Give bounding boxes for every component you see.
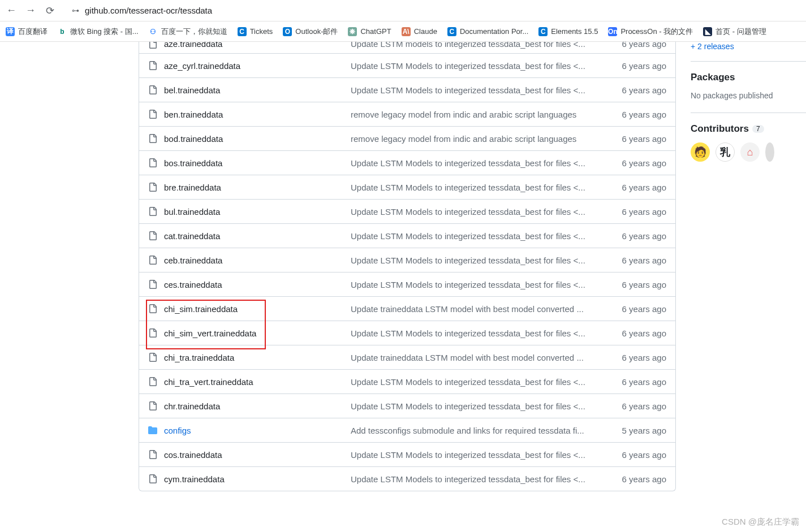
file-age: 6 years ago bbox=[622, 450, 666, 460]
file-row: chi_tra.traineddata Update traineddata L… bbox=[139, 345, 675, 369]
file-icon bbox=[148, 353, 157, 362]
commit-message[interactable]: Update LSTM Models to integerized tessda… bbox=[351, 328, 622, 338]
file-row: aze.traineddata Update LSTM models to in… bbox=[139, 42, 675, 53]
bookmark-label: 百度翻译 bbox=[18, 27, 48, 37]
file-link[interactable]: configs bbox=[164, 426, 191, 435]
bookmark-icon: C bbox=[238, 27, 247, 36]
commit-message[interactable]: Update LSTM Models to integerized tessda… bbox=[351, 450, 622, 460]
file-row: bul.traineddata Update LSTM Models to in… bbox=[139, 199, 675, 223]
bookmark-icon: b bbox=[58, 27, 67, 36]
file-icon bbox=[148, 134, 157, 143]
bookmark-item[interactable]: A\Claude bbox=[402, 27, 437, 36]
file-row: chi_tra_vert.traineddata Update LSTM Mod… bbox=[139, 369, 675, 393]
bookmark-item[interactable]: CDocumentation Por... bbox=[447, 27, 528, 36]
file-icon bbox=[148, 450, 157, 459]
reload-button[interactable]: ⟳ bbox=[44, 5, 55, 16]
file-age: 6 years ago bbox=[622, 85, 666, 95]
bookmark-label: 百度一下，你就知道 bbox=[161, 27, 227, 37]
back-button[interactable]: ← bbox=[6, 5, 17, 16]
bookmark-item[interactable]: ❋ChatGPT bbox=[348, 27, 391, 36]
avatar[interactable] bbox=[765, 142, 774, 162]
bookmark-item[interactable]: b微软 Bing 搜索 - 国... bbox=[58, 27, 139, 37]
avatar[interactable]: 🧑 bbox=[691, 142, 710, 162]
file-age: 6 years ago bbox=[622, 61, 666, 71]
file-row: ces.traineddata Update LSTM Models to in… bbox=[139, 272, 675, 296]
file-row: bos.traineddata Update LSTM Models to in… bbox=[139, 150, 675, 175]
file-link[interactable]: bel.traineddata bbox=[164, 85, 220, 95]
commit-message[interactable]: Update LSTM Models to integerized tessda… bbox=[351, 85, 622, 95]
file-row: chi_sim.traineddata Update traineddata L… bbox=[139, 296, 675, 321]
file-link[interactable]: ceb.traineddata bbox=[164, 256, 222, 265]
commit-message[interactable]: Update LSTM Models to integerized tessda… bbox=[351, 207, 622, 217]
address-bar[interactable]: ⊶ github.com/tesseract-ocr/tessdata bbox=[63, 3, 800, 18]
file-icon bbox=[148, 256, 157, 265]
file-link[interactable]: bos.traineddata bbox=[164, 158, 222, 168]
commit-message[interactable]: Update traineddata LSTM model with best … bbox=[351, 353, 622, 362]
forward-button[interactable]: → bbox=[25, 5, 36, 16]
file-age: 6 years ago bbox=[622, 328, 666, 338]
file-link[interactable]: aze.traineddata bbox=[164, 42, 222, 49]
bookmark-label: 微软 Bing 搜索 - 国... bbox=[70, 27, 139, 37]
file-link[interactable]: ces.traineddata bbox=[164, 280, 222, 289]
avatar[interactable]: ⌂ bbox=[740, 142, 760, 162]
commit-message[interactable]: Add tessconfigs submodule and links for … bbox=[351, 426, 622, 435]
commit-message[interactable]: Update LSTM models to integerized tessda… bbox=[351, 42, 622, 49]
file-link[interactable]: aze_cyrl.traineddata bbox=[164, 61, 240, 71]
commit-message[interactable]: Update LSTM Models to integerized tessda… bbox=[351, 158, 622, 168]
commit-message[interactable]: Update traineddata LSTM model with best … bbox=[351, 304, 622, 314]
file-link[interactable]: cym.traineddata bbox=[164, 474, 225, 484]
bookmark-item[interactable]: ◣首页 - 问题管理 bbox=[703, 27, 766, 37]
file-icon bbox=[148, 158, 157, 167]
contributor-avatars: 🧑 乳 ⌂ bbox=[691, 142, 806, 162]
file-age: 6 years ago bbox=[622, 207, 666, 217]
file-link[interactable]: bul.traineddata bbox=[164, 207, 220, 217]
file-icon bbox=[148, 280, 157, 289]
commit-message[interactable]: Update LSTM Models to integerized tessda… bbox=[351, 474, 622, 484]
browser-toolbar: ← → ⟳ ⊶ github.com/tesseract-ocr/tessdat… bbox=[0, 0, 806, 21]
commit-message[interactable]: remove legacy model from indic and arabi… bbox=[351, 110, 622, 119]
bookmark-label: Tickets bbox=[250, 27, 273, 36]
site-info-icon[interactable]: ⊶ bbox=[70, 7, 80, 15]
file-link[interactable]: bod.traineddata bbox=[164, 134, 223, 144]
folder-icon bbox=[148, 426, 157, 435]
file-age: 6 years ago bbox=[622, 42, 666, 49]
file-age: 5 years ago bbox=[622, 426, 666, 435]
releases-link[interactable]: + 2 releases bbox=[691, 42, 806, 51]
file-row: cos.traineddata Update LSTM Models to in… bbox=[139, 442, 675, 466]
bookmark-item[interactable]: ⚇百度一下，你就知道 bbox=[149, 27, 227, 37]
bookmark-item[interactable]: 译百度翻译 bbox=[6, 27, 48, 37]
file-age: 6 years ago bbox=[622, 353, 666, 362]
file-row: configs Add tessconfigs submodule and li… bbox=[139, 418, 675, 442]
file-link[interactable]: chi_sim.traineddata bbox=[164, 304, 238, 314]
commit-message[interactable]: remove legacy model from indic and arabi… bbox=[351, 134, 622, 144]
file-link[interactable]: cat.traineddata bbox=[164, 231, 220, 241]
avatar[interactable]: 乳 bbox=[716, 142, 735, 162]
commit-message[interactable]: Update LSTM Models to integerized tessda… bbox=[351, 280, 622, 289]
file-icon bbox=[148, 85, 157, 94]
file-link[interactable]: chi_tra_vert.traineddata bbox=[164, 377, 253, 387]
file-link[interactable]: cos.traineddata bbox=[164, 450, 222, 460]
file-link[interactable]: bre.traineddata bbox=[164, 183, 221, 192]
file-link[interactable]: chi_sim_vert.traineddata bbox=[164, 328, 256, 338]
file-link[interactable]: ben.traineddata bbox=[164, 110, 223, 119]
bookmark-item[interactable]: OnProcessOn - 我的文件 bbox=[608, 27, 693, 37]
file-age: 6 years ago bbox=[622, 231, 666, 241]
commit-message[interactable]: Update LSTM Models to integerized tessda… bbox=[351, 61, 622, 71]
file-age: 6 years ago bbox=[622, 158, 666, 168]
commit-message[interactable]: Update LSTM Models to integerized tessda… bbox=[351, 183, 622, 192]
commit-message[interactable]: Update LSTM Models to integerized tessda… bbox=[351, 256, 622, 265]
file-icon bbox=[148, 207, 157, 216]
file-age: 6 years ago bbox=[622, 110, 666, 119]
commit-message[interactable]: Update LSTM Models to integerized tessda… bbox=[351, 377, 622, 387]
commit-message[interactable]: Update LSTM Models to integerized tessda… bbox=[351, 401, 622, 411]
contributors-heading[interactable]: Contributors 7 bbox=[691, 123, 806, 135]
file-icon bbox=[148, 110, 157, 119]
bookmark-item[interactable]: CElements 15.5 bbox=[538, 27, 598, 36]
bookmark-item[interactable]: OOutlook-邮件 bbox=[283, 27, 338, 37]
bookmark-icon: On bbox=[608, 27, 617, 36]
file-row: ben.traineddata remove legacy model from… bbox=[139, 102, 675, 126]
commit-message[interactable]: Update LSTM Models to integerized tessda… bbox=[351, 231, 622, 241]
bookmark-item[interactable]: CTickets bbox=[238, 27, 273, 36]
file-link[interactable]: chi_tra.traineddata bbox=[164, 353, 234, 362]
file-link[interactable]: chr.traineddata bbox=[164, 401, 220, 411]
